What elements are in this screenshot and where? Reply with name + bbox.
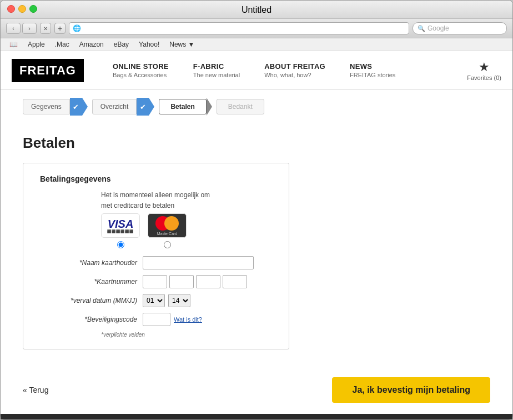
- new-tab-button[interactable]: +: [54, 23, 66, 34]
- expiry-month-select[interactable]: 01020304 05060708 09101112: [143, 294, 165, 307]
- payment-box-title: Betalingsgegevens: [40, 174, 272, 183]
- globe-icon: 🌐: [73, 24, 81, 32]
- mc-radio-container: [148, 241, 187, 248]
- card-seg-3[interactable]: [196, 275, 220, 288]
- wat-is-dit-link[interactable]: Wat is dit?: [174, 316, 202, 323]
- stop-button[interactable]: ✕: [40, 23, 51, 34]
- beveiliging-label: *Beveiligingscode: [40, 316, 137, 323]
- payment-box: Betalingsgegevens Het is momenteel allee…: [23, 163, 289, 349]
- favorites[interactable]: ★ Favorites (0): [467, 60, 501, 81]
- url-bar[interactable]: 🌐: [69, 22, 409, 34]
- beveiliging-row: *Beveiligingscode Wat is dit?: [40, 313, 272, 326]
- expiry-group: 01020304 05060708 09101112 14151617 1819…: [143, 294, 190, 307]
- bookmark-yahoo[interactable]: Yahoo!: [139, 41, 159, 48]
- bookmark-ebay[interactable]: eBay: [114, 41, 129, 48]
- required-note: *verplichte velden: [40, 332, 272, 338]
- star-icon: ★: [479, 60, 490, 74]
- cvv-input[interactable]: [143, 313, 170, 326]
- bc-check-gegevens: ✔: [70, 98, 82, 116]
- search-bar[interactable]: 🔍 Google: [413, 22, 507, 34]
- bookmark-news[interactable]: News ▼: [169, 41, 194, 48]
- nav-fabric[interactable]: F-ABRIC The new material: [181, 62, 252, 78]
- site-nav: ONLINE STORE Bags & Accessories F-ABRIC …: [100, 62, 467, 78]
- kaartnummer-label: *Kaartnummer: [40, 278, 137, 286]
- card-seg-1[interactable]: [143, 275, 167, 288]
- naam-label: *Naam kaarthouder: [40, 259, 137, 267]
- verval-row: *verval datum (MM/JJ) 01020304 05060708 …: [40, 294, 272, 307]
- window-controls: [7, 5, 37, 13]
- bookmark-amazon[interactable]: Amazon: [79, 41, 104, 48]
- kaartnummer-row: *Kaartnummer: [40, 275, 272, 288]
- card-seg-2[interactable]: [169, 275, 194, 288]
- bc-step-betalen: Betalen: [159, 98, 212, 116]
- main-area: Betalen Betalingsgegevens Het is momente…: [1, 123, 512, 366]
- search-placeholder: Google: [428, 24, 449, 32]
- footer-actions: « Terug Ja, ik bevestig mijn betaling: [1, 366, 512, 414]
- favorites-label: Favorites (0): [467, 74, 501, 81]
- back-button[interactable]: « Terug: [23, 386, 48, 394]
- search-icon: 🔍: [418, 25, 425, 32]
- nav-buttons: ‹ ›: [6, 23, 37, 34]
- bookmark-reader[interactable]: 📖: [9, 41, 18, 48]
- card-number-group: [143, 275, 247, 288]
- browser-window: Untitled ‹ › ✕ + 🌐 🔍 Google 📖 Apple .Mac…: [0, 0, 513, 420]
- visa-radio[interactable]: [117, 241, 124, 248]
- cc-info-text: Het is momenteel alleen mogelijk ommet c…: [101, 190, 210, 211]
- toolbar: ‹ › ✕ + 🌐 🔍 Google: [1, 19, 512, 38]
- site-logo[interactable]: FREITAG: [12, 59, 84, 82]
- bc-step-bedankt: Bedankt: [217, 99, 264, 114]
- card-seg-4[interactable]: [223, 275, 247, 288]
- verval-label: *verval datum (MM/JJ): [40, 297, 137, 304]
- nav-news[interactable]: NEWS FREITAG stories: [338, 62, 408, 78]
- mastercard-card: MasterCard: [148, 213, 187, 238]
- page-content: FREITAG ONLINE STORE Bags & Accessories …: [1, 51, 512, 419]
- site-footer: SUPPORT B2B SMALL PRINT IMPRINT CONTACT …: [1, 414, 512, 419]
- title-bar: Untitled: [1, 1, 512, 19]
- naam-row: *Naam kaarthouder: [40, 256, 272, 269]
- forward-nav-button[interactable]: ›: [22, 23, 37, 34]
- visa-card: VISA ⬛⬛⬛⬛⬛⬛: [101, 213, 140, 238]
- confirm-button[interactable]: Ja, ik bevestig mijn betaling: [332, 377, 490, 403]
- breadcrumb: Gegevens ✔ Overzicht ✔ Betalen Bedan: [1, 90, 512, 123]
- nav-online-store[interactable]: ONLINE STORE Bags & Accessories: [100, 62, 181, 78]
- page-title: Betalen: [23, 134, 490, 152]
- back-nav-button[interactable]: ‹: [6, 23, 21, 34]
- visa-radio-container: [101, 241, 140, 248]
- bookmarks-bar: 📖 Apple .Mac Amazon eBay Yahoo! News ▼: [1, 38, 512, 51]
- mastercard-radio[interactable]: [164, 241, 171, 248]
- naam-input[interactable]: [143, 256, 254, 269]
- bookmark-mac[interactable]: .Mac: [55, 41, 69, 48]
- maximize-button[interactable]: [29, 5, 37, 13]
- site-header: FREITAG ONLINE STORE Bags & Accessories …: [1, 51, 512, 90]
- close-button[interactable]: [7, 5, 15, 13]
- bc-step-overzicht: Overzicht ✔: [92, 98, 155, 116]
- bc-step-gegevens: Gegevens ✔: [23, 98, 88, 116]
- browser-title: Untitled: [242, 5, 271, 14]
- minimize-button[interactable]: [18, 5, 26, 13]
- bookmark-apple[interactable]: Apple: [28, 41, 45, 48]
- expiry-year-select[interactable]: 14151617 181920: [168, 294, 190, 307]
- nav-about[interactable]: ABOUT FREITAG Who, what, how?: [252, 62, 338, 78]
- bc-check-overzicht: ✔: [137, 98, 149, 116]
